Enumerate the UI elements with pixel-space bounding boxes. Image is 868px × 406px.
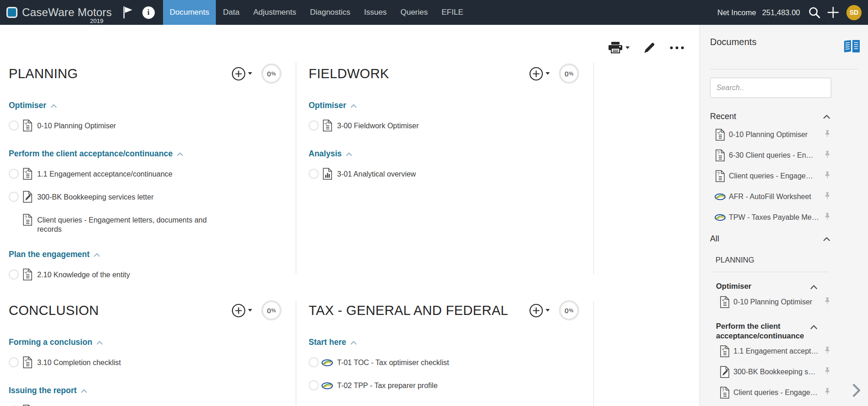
- signoff-circle[interactable]: [309, 357, 319, 367]
- column-divider: [593, 301, 594, 406]
- signoff-circle[interactable]: [309, 120, 319, 131]
- tab-efile[interactable]: EFILE: [435, 0, 470, 25]
- chevron-up-icon[interactable]: [810, 323, 817, 332]
- document-item[interactable]: 0-10 Planning Optimiser: [9, 120, 282, 133]
- document-label: 0-10 Planning Optimiser: [729, 131, 824, 139]
- sidebar-title: Documents: [710, 37, 843, 47]
- chevron-up-icon[interactable]: [810, 283, 817, 292]
- group-label: Perform the client acceptance/continuanc…: [716, 321, 810, 341]
- net-income-label: Net Income: [717, 8, 756, 17]
- flag-icon[interactable]: [121, 6, 134, 19]
- group-header-optimiser[interactable]: Optimiser: [9, 101, 57, 110]
- chevron-up-icon: [346, 150, 352, 158]
- pin-icon[interactable]: [824, 192, 830, 201]
- document-item[interactable]: 1.1 Engagement acceptance/continuance: [9, 168, 282, 182]
- document-item[interactable]: T-01 TOC - Tax optimiser checklist: [309, 356, 579, 370]
- group-header-analysis[interactable]: Analysis: [309, 149, 352, 159]
- document-item[interactable]: 3-01 Analytical overview: [309, 168, 579, 182]
- sidebar-document-item[interactable]: ?6-30 Client queries - En…: [715, 145, 830, 166]
- svg-text:?: ?: [722, 388, 725, 393]
- tab-documents[interactable]: Documents: [163, 0, 216, 25]
- pin-icon[interactable]: [824, 367, 830, 377]
- letter-doc-icon: [719, 366, 730, 378]
- search-input[interactable]: [710, 78, 831, 98]
- pin-icon[interactable]: [824, 297, 830, 307]
- signoff-circle[interactable]: [9, 192, 19, 202]
- tab-queries[interactable]: Queries: [394, 0, 435, 25]
- checklist-doc-icon: [719, 296, 730, 308]
- sidebar-group-perform-the-client-acceptance-continuance[interactable]: Perform the client acceptance/continuanc…: [716, 321, 830, 341]
- chevron-up-icon[interactable]: [823, 113, 830, 121]
- collapse-sidebar-icon[interactable]: [852, 383, 861, 400]
- section-tax-general-and-federal: TAX - GENERAL AND FEDERAL 0% Start hereT…: [309, 299, 579, 406]
- add-document-button[interactable]: [231, 303, 252, 318]
- group-header-start-here[interactable]: Start here: [309, 337, 357, 347]
- pin-icon[interactable]: [824, 388, 830, 397]
- chevron-up-icon: [350, 102, 357, 110]
- group-label: Analysis: [309, 149, 342, 159]
- all-section-header: All: [710, 234, 830, 244]
- add-icon[interactable]: [826, 6, 840, 19]
- query-doc-icon: ?: [715, 149, 726, 161]
- sidebar-document-item[interactable]: 1.1 Engagement accept…: [719, 341, 830, 361]
- pin-icon[interactable]: [824, 130, 830, 139]
- document-item[interactable]: T-02 TPP - Tax preparer profile: [309, 379, 579, 393]
- chevron-up-icon[interactable]: [823, 235, 830, 243]
- more-icon[interactable]: [669, 46, 685, 50]
- group-header-plan-the-engagement[interactable]: Plan the engagement: [9, 250, 100, 259]
- signoff-circle[interactable]: [9, 120, 19, 131]
- document-item[interactable]: ?Client queries - Engagement letters, do…: [9, 214, 282, 234]
- pin-icon[interactable]: [824, 346, 830, 356]
- sidebar-document-item[interactable]: 300-BK Bookkeeping s…: [719, 361, 830, 382]
- pin-icon[interactable]: [824, 171, 830, 181]
- signoff-circle[interactable]: [309, 169, 319, 179]
- sidebar-document-item[interactable]: ?Client queries - Engage…: [715, 166, 830, 186]
- pin-icon[interactable]: [824, 212, 830, 222]
- tab-data[interactable]: Data: [216, 0, 246, 25]
- group-header-forming-a-conclusion[interactable]: Forming a conclusion: [9, 337, 103, 347]
- document-label: 0-10 Planning Optimiser: [733, 298, 824, 306]
- add-document-button[interactable]: [231, 67, 252, 81]
- document-item[interactable]: 3-00 Fieldwork Optimiser: [309, 120, 579, 133]
- engagement-year: 2019: [90, 17, 103, 24]
- add-document-button[interactable]: [529, 67, 550, 81]
- tab-adjustments[interactable]: Adjustments: [246, 0, 303, 25]
- pin-icon[interactable]: [824, 150, 830, 160]
- group-label: Forming a conclusion: [9, 337, 92, 347]
- signoff-circle[interactable]: [9, 269, 19, 280]
- tab-diagnostics[interactable]: Diagnostics: [303, 0, 357, 25]
- group-header-perform-the-client-acceptance-continuance[interactable]: Perform the client acceptance/continuanc…: [9, 149, 183, 159]
- group-label: Optimiser: [716, 281, 810, 291]
- signoff-circle[interactable]: [9, 169, 19, 179]
- documents-panel-icon[interactable]: [843, 37, 862, 57]
- add-document-button[interactable]: [529, 303, 550, 318]
- document-label: 1.1 Engagement accept…: [733, 347, 824, 355]
- sidebar-group-optimiser[interactable]: Optimiser: [716, 281, 830, 292]
- all-label: All: [710, 234, 823, 244]
- document-label: 300-BK Bookkeeping services letter: [37, 191, 153, 202]
- signoff-circle[interactable]: [309, 380, 319, 390]
- sidebar-document-item[interactable]: ?Client queries - Engage…: [719, 382, 830, 403]
- search-icon[interactable]: [808, 6, 821, 19]
- checklist-doc-icon: [719, 345, 730, 357]
- sidebar-planning-subheader: PLANNING: [716, 256, 868, 264]
- completion-progress-ring: 0%: [261, 300, 282, 320]
- tab-issues[interactable]: Issues: [357, 0, 394, 25]
- signoff-circle[interactable]: [9, 357, 19, 367]
- document-item[interactable]: 3.10 Completion checklist: [9, 356, 282, 370]
- edit-icon[interactable]: [643, 42, 655, 54]
- group-label: Plan the engagement: [9, 250, 90, 259]
- group-header-optimiser[interactable]: Optimiser: [309, 101, 357, 110]
- document-item[interactable]: 2.10 Knowledge of the entity: [9, 269, 282, 282]
- avatar[interactable]: SD: [846, 5, 862, 20]
- document-label: T-01 TOC - Tax optimiser checklist: [337, 356, 449, 367]
- document-item[interactable]: 300-BK Bookkeeping services letter: [9, 191, 282, 205]
- print-icon[interactable]: [608, 41, 630, 54]
- sidebar-document-item[interactable]: AFR - AutoFill Worksheet: [715, 186, 830, 207]
- sidebar-document-item[interactable]: 0-10 Planning Optimiser: [715, 124, 830, 145]
- group-header-issuing-the-report[interactable]: Issuing the report: [9, 386, 87, 395]
- sidebar-document-item[interactable]: TPW - Taxes Payable Me…: [715, 207, 830, 228]
- info-icon[interactable]: i: [142, 6, 155, 19]
- column-divider: [296, 301, 296, 406]
- sidebar-document-item[interactable]: 0-10 Planning Optimiser: [719, 292, 830, 312]
